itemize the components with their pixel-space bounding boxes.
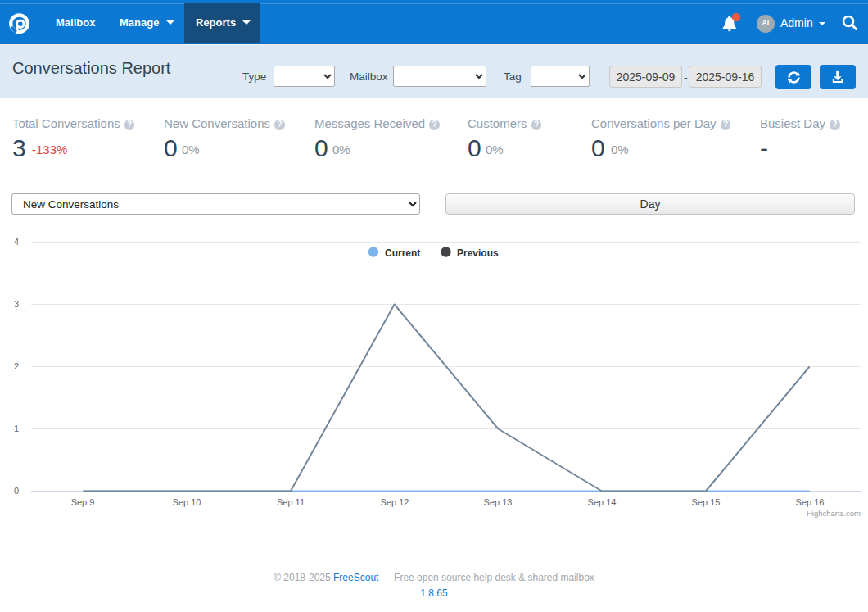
svg-text:Sep 10: Sep 10: [173, 497, 201, 507]
svg-text:0: 0: [14, 486, 19, 496]
svg-text:Sep 14: Sep 14: [588, 497, 617, 507]
svg-text:Sep 11: Sep 11: [277, 497, 305, 507]
svg-text:Previous: Previous: [457, 247, 499, 259]
svg-text:3: 3: [14, 299, 19, 309]
svg-text:Current: Current: [385, 247, 420, 259]
svg-text:Sep 16: Sep 16: [796, 497, 825, 507]
svg-text:Sep 9: Sep 9: [71, 497, 95, 507]
svg-text:Highcharts.com: Highcharts.com: [807, 509, 861, 518]
svg-text:Sep 12: Sep 12: [381, 497, 409, 507]
svg-text:1: 1: [14, 424, 19, 433]
svg-text:4: 4: [14, 237, 19, 247]
svg-text:Sep 13: Sep 13: [484, 497, 513, 507]
svg-text:Sep 15: Sep 15: [692, 497, 721, 507]
svg-text:2: 2: [14, 361, 19, 371]
